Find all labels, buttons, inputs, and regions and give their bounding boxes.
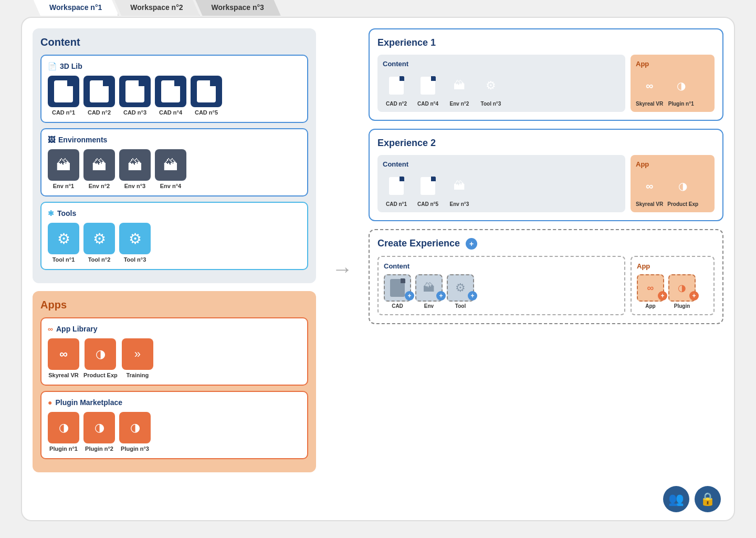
env-plus-button[interactable]: + (436, 291, 446, 301)
env-items-row: 🏔 Env n°1 🏔 Env n°2 🏔 (48, 149, 301, 189)
create-exp-inner: Content + CAD (377, 256, 715, 315)
list-item[interactable]: 🏔 + Env (415, 274, 443, 309)
list-item[interactable]: CAD n°5 (414, 172, 442, 207)
tool1-label: Tool n°1 (52, 256, 75, 263)
create-experience-plus-button[interactable]: + (466, 238, 477, 250)
list-item[interactable]: CAD n°3 (119, 76, 151, 116)
plugin-plus-button[interactable]: + (689, 291, 699, 301)
list-item[interactable]: ⚙ Tool n°1 (48, 223, 79, 263)
exp1-skyreal-icon: ∞ (636, 72, 663, 99)
cad2-icon (83, 76, 115, 107)
list-item[interactable]: ◑ Product Exp (667, 172, 698, 207)
tools-items-row: ⚙ Tool n°1 ⚙ Tool n°2 ⚙ (48, 223, 301, 263)
tool3-label: Tool n°3 (124, 256, 146, 263)
exp1-title: Experience 1 (377, 37, 715, 48)
list-item[interactable]: CAD n°4 (155, 76, 186, 116)
tab-workspace3[interactable]: Workspace n°3 (195, 0, 281, 16)
list-item[interactable]: ◑ + Plugin (668, 274, 696, 309)
exp1-plugin1-icon: ◑ (667, 72, 695, 99)
exp2-app-items: ∞ Skyreal VR ◑ Product Exp (636, 172, 709, 207)
exp1-cad4-icon (414, 72, 442, 99)
cad-plus-button[interactable]: + (405, 291, 414, 301)
create-plugin-label: Plugin (674, 303, 690, 309)
list-item[interactable]: » Training (122, 338, 153, 378)
list-item[interactable]: 🏔 Env n°3 (119, 149, 151, 189)
create-exp-app: App ∞ + App ◑ (631, 256, 715, 315)
cad1-label: CAD n°1 (52, 109, 75, 116)
list-item[interactable]: CAD n°4 (414, 72, 442, 107)
skyreal-label: Skyreal VR (48, 372, 78, 378)
plugin3-label: Plugin n°3 (121, 446, 149, 452)
list-item[interactable]: ◑ Plugin n°3 (119, 412, 151, 452)
list-item[interactable]: CAD n°2 (383, 72, 410, 107)
exp2-app-title: App (636, 160, 709, 168)
exp1-content: Content CAD n°2 (377, 55, 625, 112)
training-label: Training (126, 372, 149, 378)
environments-box: 🖼 Environments 🏔 Env n°1 🏔 (40, 128, 308, 196)
list-item[interactable]: CAD n°1 (48, 76, 79, 116)
list-item[interactable]: ⚙ Tool n°3 (477, 72, 505, 107)
product-exp-icon: ◑ (85, 338, 116, 370)
tab-workspace2[interactable]: Workspace n°2 (113, 0, 200, 16)
list-item[interactable]: ⚙ Tool n°3 (119, 223, 151, 263)
create-app-label: App (645, 303, 655, 309)
exp2-product-label: Product Exp (667, 201, 698, 207)
exp1-items: CAD n°2 CAD n°4 (383, 72, 620, 107)
tools-box: ✱ Tools ⚙ Tool n°1 ⚙ (40, 202, 308, 270)
exp1-cad2-label: CAD n°2 (386, 101, 407, 107)
list-item[interactable]: ◑ Product Exp (83, 338, 118, 378)
list-item[interactable]: ∞ Skyreal VR (636, 172, 663, 207)
plugin-marketplace-box: ● Plugin Marketplace ◑ Plugin n°1 ◑ (40, 391, 308, 459)
list-item[interactable]: ◑ Plugin n°2 (83, 412, 115, 452)
tool-plus-button[interactable]: + (468, 291, 477, 301)
list-item[interactable]: CAD n°2 (83, 76, 115, 116)
list-item[interactable]: 🏔 Env n°2 (83, 149, 115, 189)
exp2-items: CAD n°1 CAD n°5 (383, 172, 620, 207)
lock-icon[interactable]: 🔒 (695, 486, 721, 512)
env2-label: Env n°2 (89, 183, 110, 189)
list-item[interactable]: 🏔 Env n°2 (446, 72, 473, 107)
list-item[interactable]: 🏔 Env n°1 (48, 149, 79, 189)
plugin1-label: Plugin n°1 (49, 446, 78, 452)
exp1-app: App ∞ Skyreal VR ◑ (631, 55, 715, 112)
list-item[interactable]: + CAD (384, 274, 411, 309)
exp2-cad5-icon (414, 172, 442, 200)
left-panel: Content 📄 3D Lib (33, 28, 316, 510)
exp1-content-title: Content (383, 60, 620, 68)
tool2-icon: ⚙ (83, 223, 115, 254)
list-item[interactable]: ⚙ + Tool (447, 274, 474, 309)
list-item[interactable]: ◑ Plugin n°1 (667, 72, 695, 107)
experience2-box: Experience 2 Content CAD n°1 (369, 129, 723, 221)
content-section-title: Content (40, 36, 308, 48)
exp2-skyreal-label: Skyreal VR (636, 201, 663, 207)
list-item[interactable]: ∞ + App (637, 274, 664, 309)
env1-icon: 🏔 (48, 149, 79, 181)
list-item[interactable]: 🏔 Env n°3 (446, 172, 473, 207)
list-item[interactable]: CAD n°1 (383, 172, 410, 207)
exp1-inner: Content CAD n°2 (377, 55, 715, 112)
tab-workspace1[interactable]: Workspace n°1 (33, 0, 119, 16)
list-item[interactable]: ◑ Plugin n°1 (48, 412, 79, 452)
skyreal-icon: ∞ (48, 338, 79, 370)
list-item[interactable]: ⚙ Tool n°2 (83, 223, 115, 263)
users-icon[interactable]: 👥 (663, 486, 689, 512)
create-exp-content-title: Content (384, 262, 619, 270)
tool1-icon: ⚙ (48, 223, 79, 254)
create-tool-label: Tool (455, 303, 466, 309)
plugin3-icon: ◑ (119, 412, 151, 443)
image-icon: 🖼 (48, 136, 55, 144)
arrow-container: → (327, 28, 358, 510)
exp1-tool3-icon: ⚙ (477, 72, 505, 99)
list-item[interactable]: ∞ Skyreal VR (636, 72, 663, 107)
list-item[interactable]: ∞ Skyreal VR (48, 338, 79, 378)
exp1-skyreal-label: Skyreal VR (636, 101, 663, 107)
plugin-marketplace-title: ● Plugin Marketplace (48, 398, 301, 407)
list-item[interactable]: 🏔 Env n°4 (155, 149, 186, 189)
cad5-icon (191, 76, 222, 107)
file-icon: 📄 (48, 62, 57, 70)
exp2-env3-icon: 🏔 (446, 172, 473, 200)
app-plus-button[interactable]: + (658, 291, 667, 301)
list-item[interactable]: CAD n°5 (191, 76, 222, 116)
create-app-items: ∞ + App ◑ + Plugin (637, 274, 708, 309)
exp2-app: App ∞ Skyreal VR ◑ (631, 155, 715, 212)
